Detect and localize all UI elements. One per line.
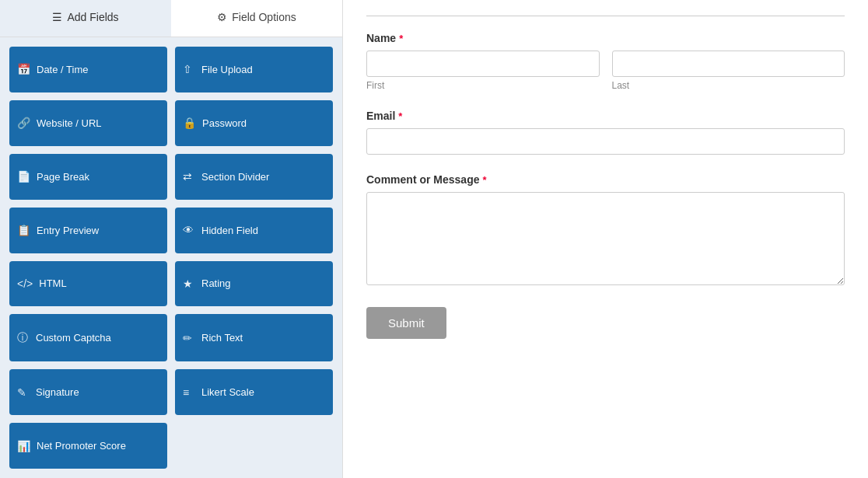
field-options-label: Field Options — [232, 11, 296, 23]
first-name-input[interactable] — [366, 51, 600, 77]
first-name-col: First — [366, 51, 600, 91]
name-row: First Last — [366, 51, 845, 91]
field-btn-signature[interactable]: ✎Signature — [9, 369, 167, 415]
rich-text-icon: ✏ — [183, 332, 195, 344]
comment-required-star: * — [482, 174, 486, 186]
likert-scale-icon: ≡ — [183, 386, 195, 399]
tab-add-fields[interactable]: ☰ Add Fields — [0, 0, 171, 37]
last-name-input[interactable] — [612, 51, 845, 77]
net-promoter-score-icon: 📊 — [17, 440, 30, 452]
email-input[interactable] — [366, 128, 845, 155]
field-btn-likert-scale[interactable]: ≡Likert Scale — [175, 369, 333, 415]
add-fields-label: Add Fields — [67, 11, 118, 23]
fields-grid: 📅Date / Time⇧File Upload🔗Website / URL🔒P… — [0, 37, 342, 478]
entry-preview-icon: 📋 — [17, 224, 30, 236]
field-btn-page-break[interactable]: 📄Page Break — [9, 154, 167, 200]
field-btn-rich-text[interactable]: ✏Rich Text — [175, 314, 333, 361]
rating-icon: ★ — [183, 277, 195, 290]
html-icon: </> — [17, 277, 33, 290]
last-sublabel: Last — [612, 80, 845, 91]
name-field-group: Name * First Last — [366, 32, 845, 91]
file-upload-icon: ⇧ — [183, 63, 195, 75]
page-break-icon: 📄 — [17, 170, 30, 183]
website-url-icon: 🔗 — [17, 117, 30, 129]
name-label: Name * — [366, 32, 845, 44]
top-divider — [366, 16, 845, 16]
field-btn-hidden-field[interactable]: 👁Hidden Field — [175, 208, 333, 253]
field-btn-password[interactable]: 🔒Password — [175, 100, 333, 146]
field-btn-entry-preview[interactable]: 📋Entry Preview — [9, 208, 167, 253]
submit-button[interactable]: Submit — [366, 307, 446, 339]
name-required-star: * — [399, 33, 403, 44]
field-btn-html[interactable]: </>HTML — [9, 261, 167, 307]
field-btn-file-upload[interactable]: ⇧File Upload — [175, 47, 333, 92]
field-btn-website-url[interactable]: 🔗Website / URL — [9, 100, 167, 146]
left-panel: ☰ Add Fields ⚙ Field Options 📅Date / Tim… — [0, 0, 342, 478]
hidden-field-icon: 👁 — [183, 224, 195, 236]
field-btn-section-divider[interactable]: ⇄Section Divider — [175, 154, 333, 200]
tab-field-options[interactable]: ⚙ Field Options — [171, 0, 342, 37]
email-label: Email * — [366, 110, 845, 122]
signature-icon: ✎ — [17, 386, 30, 399]
last-name-col: Last — [612, 51, 845, 91]
section-divider-icon: ⇄ — [183, 170, 195, 183]
field-btn-rating[interactable]: ★Rating — [175, 261, 333, 307]
password-icon: 🔒 — [183, 117, 196, 129]
right-panel: Name * First Last Email * Comment or Mes… — [342, 0, 868, 478]
field-btn-date-time[interactable]: 📅Date / Time — [9, 47, 167, 92]
tabs-bar: ☰ Add Fields ⚙ Field Options — [0, 0, 342, 37]
date-time-icon: 📅 — [17, 63, 30, 75]
comment-textarea[interactable] — [366, 192, 845, 285]
comment-label: Comment or Message * — [366, 173, 845, 186]
first-sublabel: First — [366, 80, 600, 91]
field-btn-custom-captcha[interactable]: ⓘCustom Captcha — [9, 314, 167, 361]
field-btn-net-promoter-score[interactable]: 📊Net Promoter Score — [9, 423, 167, 469]
field-options-icon: ⚙ — [217, 11, 227, 23]
custom-captcha-icon: ⓘ — [17, 331, 30, 345]
email-required-star: * — [398, 110, 402, 122]
add-fields-icon: ☰ — [52, 11, 62, 23]
comment-field-group: Comment or Message * — [366, 173, 845, 288]
email-field-group: Email * — [366, 110, 845, 155]
